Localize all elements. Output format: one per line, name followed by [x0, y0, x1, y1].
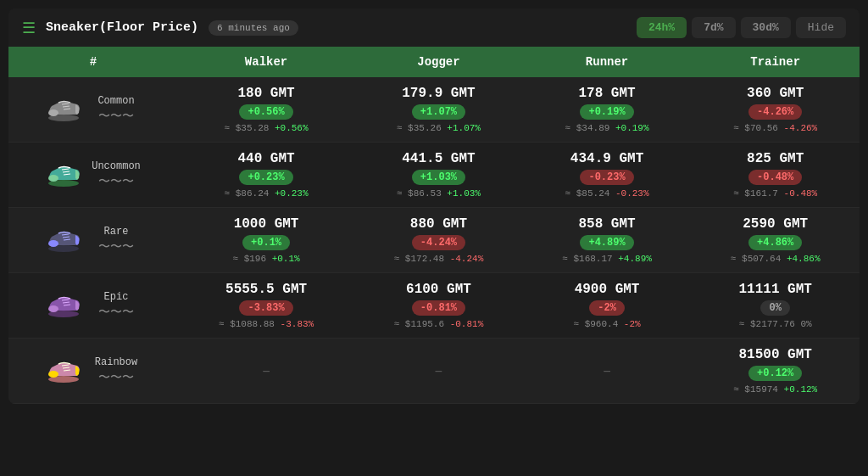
rarity-label: Epic	[91, 291, 142, 303]
trainer-price-cell: 81500 GMT +0.12% ≈ $15974 +0.12%	[691, 339, 860, 404]
rarity-cell: Uncommon 〜〜〜	[8, 143, 178, 208]
rarity-label: Common	[91, 95, 142, 107]
trainer-price-cell: 360 GMT -4.26% ≈ $70.56 -4.26%	[691, 77, 860, 143]
btn-30d[interactable]: 30d%	[741, 17, 791, 38]
sneaker-floor-price-widget: ☰ Sneaker(Floor Price) 6 minutes ago 24h…	[8, 8, 860, 404]
runner-price-cell: 178 GMT +0.19% ≈ $34.89 +0.19%	[523, 77, 692, 143]
rarity-label: Rare	[91, 226, 142, 238]
jogger-price-cell: –	[354, 339, 523, 404]
svg-point-21	[48, 371, 58, 378]
timestamp-badge: 6 minutes ago	[209, 20, 298, 36]
jogger-price-cell: 6100 GMT -0.81% ≈ $1195.6 -0.81%	[354, 273, 523, 339]
sneaker-icon	[45, 94, 82, 125]
table-row: Epic 〜〜〜 5555.5 GMT -3.83% ≈ $1088.88 -3…	[8, 273, 860, 339]
svg-point-16	[48, 305, 58, 312]
jogger-price-cell: 179.9 GMT +1.07% ≈ $35.26 +1.07%	[354, 77, 523, 143]
chart-icon[interactable]: 〜〜〜	[98, 305, 134, 320]
sneaker-icon	[45, 160, 82, 190]
runner-price-cell: –	[523, 339, 692, 404]
btn-24h[interactable]: 24h%	[637, 17, 687, 38]
sneaker-icon	[45, 356, 82, 386]
col-header-walker: Walker	[178, 47, 354, 77]
rarity-label: Rainbow	[91, 356, 142, 368]
chart-icon[interactable]: 〜〜〜	[98, 239, 134, 255]
col-header-jogger: Jogger	[354, 47, 523, 77]
rarity-cell: Common 〜〜〜	[8, 77, 178, 143]
rarity-cell: Rare 〜〜〜	[8, 208, 178, 273]
walker-price-cell: 180 GMT +0.56% ≈ $35.28 +0.56%	[178, 77, 354, 143]
rarity-cell: Epic 〜〜〜	[8, 273, 178, 339]
sneaker-icon	[45, 290, 82, 321]
chart-icon[interactable]: 〜〜〜	[98, 370, 134, 385]
header-buttons: 24h% 7d% 30d% Hide	[637, 17, 846, 38]
chart-icon[interactable]: 〜〜〜	[98, 174, 134, 189]
walker-price-cell: –	[178, 339, 354, 404]
table-row: Rainbow 〜〜〜 ––– 81500 GMT +0.12% ≈ $1597…	[8, 339, 860, 404]
col-header-trainer: Trainer	[691, 47, 860, 77]
col-header-runner: Runner	[523, 47, 692, 77]
chart-icon[interactable]: 〜〜〜	[98, 109, 134, 124]
runner-price-cell: 434.9 GMT -0.23% ≈ $85.24 -0.23%	[523, 143, 692, 208]
logo-icon: ☰	[22, 19, 36, 37]
rarity-label: Uncommon	[91, 160, 142, 172]
btn-hide[interactable]: Hide	[796, 17, 846, 38]
svg-point-1	[48, 109, 58, 116]
runner-price-cell: 858 GMT +4.89% ≈ $168.17 +4.89%	[523, 208, 692, 273]
walker-price-cell: 440 GMT +0.23% ≈ $86.24 +0.23%	[178, 143, 354, 208]
trainer-price-cell: 11111 GMT 0% ≈ $2177.76 0%	[691, 273, 860, 339]
btn-7d[interactable]: 7d%	[692, 17, 735, 38]
sneaker-icon	[45, 225, 82, 255]
table-row: Rare 〜〜〜 1000 GMT +0.1% ≈ $196 +0.1% 880…	[8, 208, 860, 273]
widget-header: ☰ Sneaker(Floor Price) 6 minutes ago 24h…	[8, 8, 860, 47]
widget-title: Sneaker(Floor Price)	[46, 20, 198, 35]
walker-price-cell: 1000 GMT +0.1% ≈ $196 +0.1%	[178, 208, 354, 273]
table-header-row: # Walker Jogger Runner Trainer	[8, 47, 860, 77]
table-row: Common 〜〜〜 180 GMT +0.56% ≈ $35.28 +0.56…	[8, 77, 860, 143]
walker-price-cell: 5555.5 GMT -3.83% ≈ $1088.88 -3.83%	[178, 273, 354, 339]
runner-price-cell: 4900 GMT -2% ≈ $960.4 -2%	[523, 273, 692, 339]
jogger-price-cell: 880 GMT -4.24% ≈ $172.48 -4.24%	[354, 208, 523, 273]
floor-price-table: # Walker Jogger Runner Trainer Common	[8, 47, 860, 404]
col-header-rarity: #	[8, 47, 178, 77]
rarity-cell: Rainbow 〜〜〜	[8, 339, 178, 404]
svg-point-11	[48, 240, 58, 247]
jogger-price-cell: 441.5 GMT +1.03% ≈ $86.53 +1.03%	[354, 143, 523, 208]
header-left: ☰ Sneaker(Floor Price) 6 minutes ago	[22, 19, 298, 37]
table-row: Uncommon 〜〜〜 440 GMT +0.23% ≈ $86.24 +0.…	[8, 143, 860, 208]
trainer-price-cell: 825 GMT -0.48% ≈ $161.7 -0.48%	[691, 143, 860, 208]
trainer-price-cell: 2590 GMT +4.86% ≈ $507.64 +4.86%	[691, 208, 860, 273]
svg-point-6	[48, 175, 58, 182]
